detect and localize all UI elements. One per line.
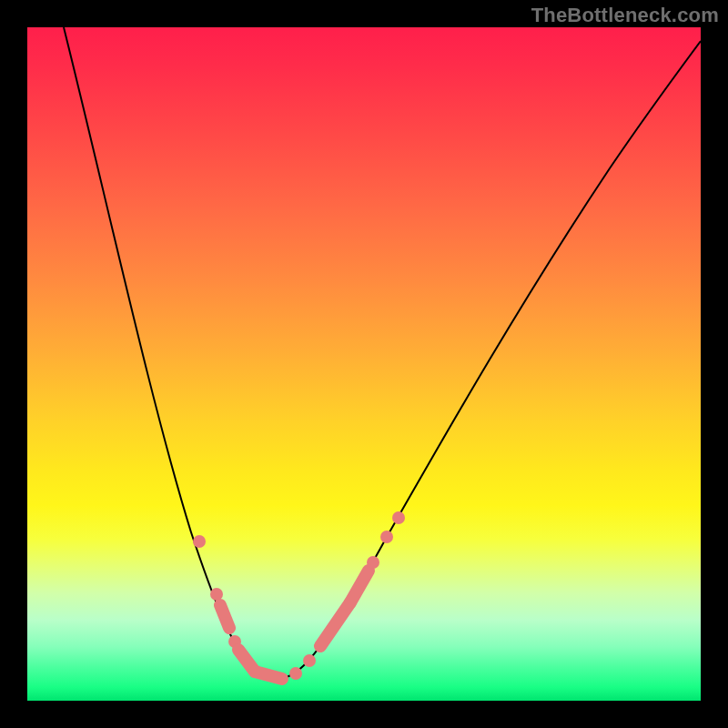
marker-pill xyxy=(320,602,350,646)
marker-pill xyxy=(220,605,229,628)
watermark-text: TheBottleneck.com xyxy=(531,4,719,27)
chart-stage: TheBottleneck.com xyxy=(0,0,728,728)
marker-dot xyxy=(392,511,405,524)
marker-dot xyxy=(193,535,206,548)
marker-dot xyxy=(303,654,316,667)
marker-pill xyxy=(255,672,282,679)
bottleneck-curve xyxy=(64,27,701,679)
marker-dot xyxy=(367,556,379,569)
marker-group xyxy=(193,511,405,680)
marker-pill xyxy=(350,571,369,602)
marker-dot xyxy=(289,667,302,680)
chart-overlay xyxy=(27,27,701,701)
marker-dot xyxy=(380,531,393,543)
marker-dot xyxy=(210,588,223,601)
plot-area xyxy=(27,27,701,701)
